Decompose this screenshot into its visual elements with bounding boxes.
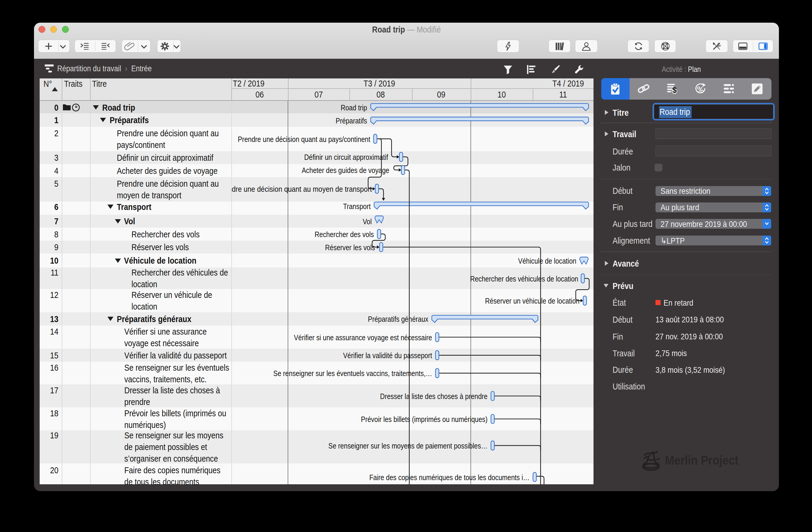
- svg-text:Se renseigner sur les moyens d: Se renseigner sur les moyens de paiement…: [329, 441, 488, 450]
- svg-text:Prendre une décision quant au: Prendre une décision quant au pays/conti…: [238, 135, 371, 143]
- svg-text:Réserver les vols: Réserver les vols: [325, 243, 375, 252]
- svg-text:Transport: Transport: [343, 202, 371, 211]
- svg-text:Véhicule de location: Véhicule de location: [518, 257, 576, 265]
- svg-text:Réserver un véhicule de locati: Réserver un véhicule de location: [485, 297, 580, 305]
- svg-text:$: $: [672, 86, 677, 95]
- svg-text:Vérifier la validité du passep: Vérifier la validité du passeport: [343, 351, 432, 360]
- svg-text:Faire des copies numériques de: Faire des copies numériques de tous les …: [369, 473, 530, 481]
- svg-text:Vol: Vol: [363, 217, 372, 226]
- svg-text:Acheter des guides de voyage: Acheter des guides de voyage: [302, 166, 389, 174]
- svg-text:Se renseigner sur les éventuel: Se renseigner sur les éventuels vaccins,…: [273, 369, 432, 377]
- svg-text:Prévoir les billets (imprimés: Prévoir les billets (imprimés ou numériq…: [361, 415, 488, 423]
- svg-text:Rechercher des véhicules de lo: Rechercher des véhicules de location: [470, 274, 578, 283]
- svg-text:Prendre une décision quant au: Prendre une décision quant au moyen de t…: [231, 185, 372, 193]
- svg-text:Road trip: Road trip: [341, 103, 367, 112]
- svg-text:Rechercher des vols: Rechercher des vols: [315, 230, 374, 239]
- svg-text:Préparatifs généraux: Préparatifs généraux: [368, 315, 429, 323]
- svg-text:Dresser la liste des choses à: Dresser la liste des choses à prendre: [380, 392, 488, 401]
- svg-text:Définir un circuit approximati: Définir un circuit approximatif: [304, 153, 388, 161]
- svg-text:Préparatifs: Préparatifs: [336, 116, 367, 125]
- svg-text:Vérifier si une assurance voya: Vérifier si une assurance voyage est néc…: [294, 333, 432, 342]
